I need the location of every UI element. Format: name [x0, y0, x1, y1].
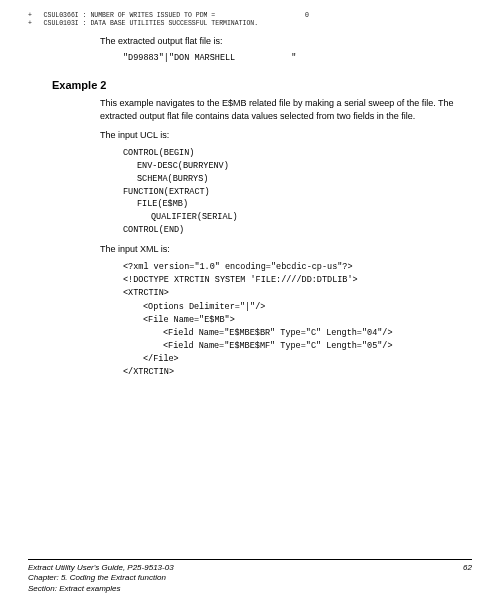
xml-line: <Field Name="E$MBE$MF" Type="C" Length="…	[163, 340, 472, 353]
ucl-intro: The input UCL is:	[100, 129, 472, 142]
footer-chapter: Chapter: 5. Coding the Extract function	[28, 573, 174, 584]
footer-left: Extract Utility User's Guide, P25-9513-0…	[28, 563, 174, 595]
ucl-line: FUNCTION(EXTRACT)	[123, 186, 472, 199]
ucl-line: CONTROL(BEGIN)	[123, 147, 472, 160]
ucl-line: CONTROL(END)	[123, 224, 472, 237]
xml-line: <!DOCTYPE XTRCTIN SYSTEM 'FILE:////DD:DT…	[123, 274, 472, 287]
output-flat-file: "D99883"|"DON MARSHELL "	[123, 53, 472, 63]
log-line-1: + CSUL0366I : NUMBER OF WRITES ISSUED TO…	[28, 12, 472, 20]
example-desc: This example navigates to the E$MB relat…	[100, 97, 472, 122]
page-footer: Extract Utility User's Guide, P25-9513-0…	[28, 559, 472, 595]
footer-section: Section: Extract examples	[28, 584, 174, 595]
xml-line: </File>	[143, 353, 472, 366]
xml-block: <?xml version="1.0" encoding="ebcdic-cp-…	[123, 261, 472, 380]
xml-line: <File Name="E$MB">	[143, 314, 472, 327]
xml-line: <Options Delimiter="|"/>	[143, 301, 472, 314]
example-heading: Example 2	[52, 79, 472, 91]
ucl-line: SCHEMA(BURRYS)	[137, 173, 472, 186]
ucl-block: CONTROL(BEGIN) ENV-DESC(BURRYENV) SCHEMA…	[123, 147, 472, 236]
ucl-line: FILE(E$MB)	[137, 198, 472, 211]
xml-line: <?xml version="1.0" encoding="ebcdic-cp-…	[123, 261, 472, 274]
xml-line: <XTRCTIN>	[123, 287, 472, 300]
output-intro: The extracted output flat file is:	[100, 35, 472, 48]
xml-line: </XTRCTIN>	[123, 366, 472, 379]
xml-intro: The input XML is:	[100, 243, 472, 256]
footer-guide: Extract Utility User's Guide, P25-9513-0…	[28, 563, 174, 574]
ucl-line: QUALIFIER(SERIAL)	[151, 211, 472, 224]
xml-line: <Field Name="E$MBE$BR" Type="C" Length="…	[163, 327, 472, 340]
footer-page-number: 62	[463, 563, 472, 595]
log-line-2: + CSUL0103I : DATA BASE UTILITIES SUCCES…	[28, 20, 472, 28]
ucl-line: ENV-DESC(BURRYENV)	[137, 160, 472, 173]
